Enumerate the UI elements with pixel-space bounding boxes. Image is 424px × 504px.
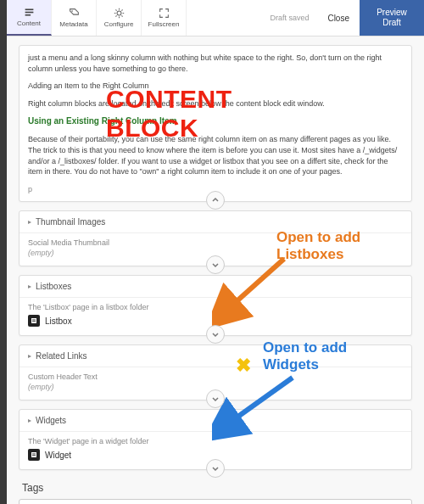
- expand-toggle[interactable]: [206, 389, 225, 408]
- page-icon: [28, 315, 40, 327]
- svg-point-4: [117, 11, 121, 15]
- thumbnail-section: ▸ Thumbnail Images Social Media Thumbnai…: [19, 210, 412, 266]
- widgets-section: ▸ Widgets The 'Widget' page in a widget …: [19, 409, 412, 470]
- page-icon: [28, 449, 40, 461]
- svg-rect-1: [25, 12, 33, 14]
- tab-metadata[interactable]: Metadata: [52, 0, 97, 36]
- tab-content[interactable]: Content: [7, 0, 52, 36]
- tab-label: Fullscreen: [148, 20, 180, 28]
- svg-rect-9: [32, 454, 36, 455]
- expand-toggle[interactable]: [206, 325, 225, 344]
- tab-fullscreen[interactable]: Fullscreen: [142, 0, 187, 36]
- svg-rect-2: [25, 14, 31, 16]
- field-label: The 'Widget' page in a widget folder: [20, 432, 411, 447]
- chevron-down-icon: [211, 395, 220, 403]
- listboxes-section: ▸ Listboxes The 'Listbox' page in a list…: [19, 275, 412, 336]
- caret-right-icon: ▸: [28, 417, 31, 424]
- body-text: just a menu and a long skinny column wit…: [28, 53, 403, 74]
- svg-rect-0: [25, 8, 33, 10]
- chevron-up-icon: [211, 196, 220, 204]
- caret-right-icon: ▸: [28, 352, 31, 360]
- collapse-toggle[interactable]: [206, 191, 225, 210]
- related-links-section: ▸ Related Links Custom Header Text (empt…: [19, 344, 412, 400]
- tab-label: Configure: [104, 20, 134, 28]
- content-scroll-area: just a menu and a long skinny column wit…: [7, 36, 424, 504]
- section-title: Thumbnail Images: [36, 217, 105, 227]
- content-icon: [24, 7, 35, 18]
- body-text: Adding an Item to the Right Column: [28, 81, 403, 92]
- body-text: Because of their portability, you can us…: [28, 134, 403, 176]
- tab-label: Metadata: [59, 20, 87, 28]
- svg-point-3: [71, 10, 73, 12]
- svg-rect-7: [32, 322, 36, 322]
- section-header[interactable]: ▸ Listboxes: [20, 276, 411, 298]
- field-label: The 'Listbox' page in a listbox folder: [20, 298, 411, 313]
- svg-rect-10: [32, 456, 36, 456]
- draft-saved-indicator: Draft saved: [270, 0, 317, 36]
- item-label: Listbox: [45, 316, 72, 326]
- section-title: Listboxes: [36, 282, 71, 291]
- expand-toggle[interactable]: [206, 255, 225, 274]
- close-button[interactable]: Close: [317, 0, 360, 36]
- body-text: Right column blocks are located on the e…: [28, 98, 403, 109]
- field-label: Social Media Thumbnail: [20, 233, 411, 249]
- section-header[interactable]: ▸ Related Links: [20, 345, 411, 367]
- tags-input[interactable]: Select one or more values...: [19, 499, 412, 504]
- section-title: Related Links: [36, 351, 87, 361]
- chevron-down-icon: [211, 260, 220, 269]
- caret-right-icon: ▸: [28, 283, 31, 290]
- svg-rect-6: [32, 320, 36, 321]
- preview-draft-button[interactable]: Preview Draft: [360, 0, 424, 36]
- fullscreen-icon: [159, 8, 170, 19]
- item-label: Widget: [45, 451, 71, 460]
- gear-icon: [114, 8, 125, 19]
- expand-toggle[interactable]: [206, 459, 225, 478]
- tags-label: Tags: [22, 482, 409, 494]
- caret-right-icon: ▸: [28, 218, 31, 226]
- section-header[interactable]: ▸ Widgets: [20, 410, 411, 432]
- metadata-icon: [69, 8, 80, 19]
- chevron-down-icon: [211, 464, 220, 473]
- content-block-panel: just a menu and a long skinny column wit…: [19, 45, 412, 202]
- field-label: Custom Header Text: [20, 367, 411, 383]
- section-heading: Using an Existing Right Column Item: [28, 115, 403, 127]
- tab-configure[interactable]: Configure: [97, 0, 142, 36]
- section-header[interactable]: ▸ Thumbnail Images: [20, 211, 411, 233]
- editor-frame: Content Metadata Configure Fullscreen Dr…: [7, 0, 424, 504]
- svg-rect-8: [31, 452, 36, 457]
- editor-toolbar: Content Metadata Configure Fullscreen Dr…: [7, 0, 424, 36]
- chevron-down-icon: [211, 330, 220, 339]
- section-title: Widgets: [36, 416, 66, 425]
- tab-label: Content: [17, 20, 41, 27]
- svg-rect-5: [31, 318, 36, 323]
- app-sidebar-sliver: [0, 0, 7, 504]
